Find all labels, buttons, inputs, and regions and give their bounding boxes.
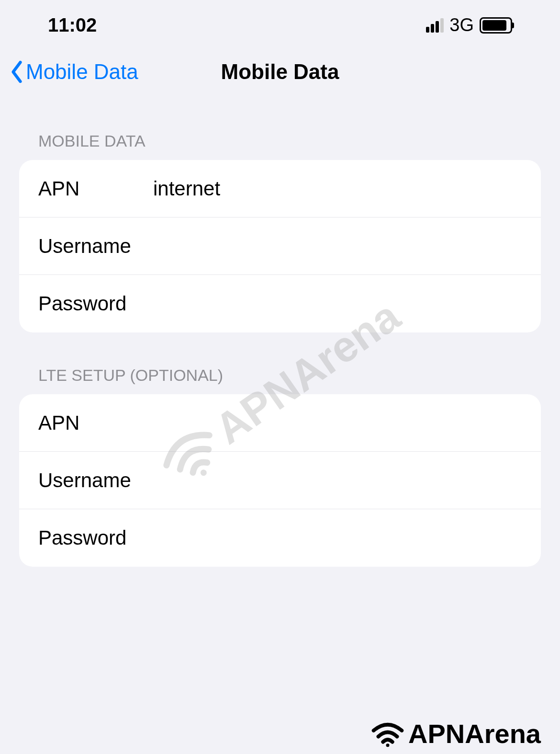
lte-password-input[interactable] xyxy=(153,526,522,549)
status-time: 11:02 xyxy=(48,14,97,36)
network-type: 3G xyxy=(449,15,474,35)
section-header-mobile-data: MOBILE DATA xyxy=(19,132,541,160)
field-label-lte-password: Password xyxy=(38,526,153,549)
field-row-apn[interactable]: APN xyxy=(19,160,541,217)
field-row-password[interactable]: Password xyxy=(19,275,541,332)
status-bar: 11:02 3G xyxy=(0,0,560,50)
username-input[interactable] xyxy=(153,235,522,258)
signal-strength-icon xyxy=(426,18,444,33)
section-group-lte-setup: APN Username Password xyxy=(19,394,541,567)
back-label: Mobile Data xyxy=(26,60,138,84)
svg-point-1 xyxy=(386,743,390,747)
field-label-apn: APN xyxy=(38,177,153,200)
status-right: 3G xyxy=(426,15,512,35)
field-label-lte-username: Username xyxy=(38,469,153,492)
section-header-lte-setup: LTE SETUP (OPTIONAL) xyxy=(19,366,541,394)
field-label-lte-apn: APN xyxy=(38,411,153,434)
field-row-lte-apn[interactable]: APN xyxy=(19,394,541,452)
field-label-password: Password xyxy=(38,292,153,315)
watermark-bottom-text: APNArena xyxy=(408,718,541,749)
field-row-username[interactable]: Username xyxy=(19,217,541,275)
navigation-bar: Mobile Data Mobile Data xyxy=(0,50,560,98)
section-lte-setup: LTE SETUP (OPTIONAL) APN Username Passwo… xyxy=(19,366,541,567)
section-mobile-data: MOBILE DATA APN Username Password xyxy=(19,132,541,332)
chevron-back-icon xyxy=(10,61,24,82)
section-group-mobile-data: APN Username Password xyxy=(19,160,541,332)
watermark-bottom: APNArena xyxy=(371,718,541,749)
page-title: Mobile Data xyxy=(221,60,339,84)
wifi-icon xyxy=(371,720,404,747)
password-input[interactable] xyxy=(153,292,522,315)
lte-apn-input[interactable] xyxy=(153,411,522,434)
content: MOBILE DATA APN Username Password LTE SE… xyxy=(0,98,560,567)
battery-icon xyxy=(480,17,512,34)
field-label-username: Username xyxy=(38,235,153,258)
lte-username-input[interactable] xyxy=(153,469,522,492)
field-row-lte-password[interactable]: Password xyxy=(19,509,541,567)
apn-input[interactable] xyxy=(153,177,522,200)
field-row-lte-username[interactable]: Username xyxy=(19,452,541,509)
back-button[interactable]: Mobile Data xyxy=(10,60,138,84)
